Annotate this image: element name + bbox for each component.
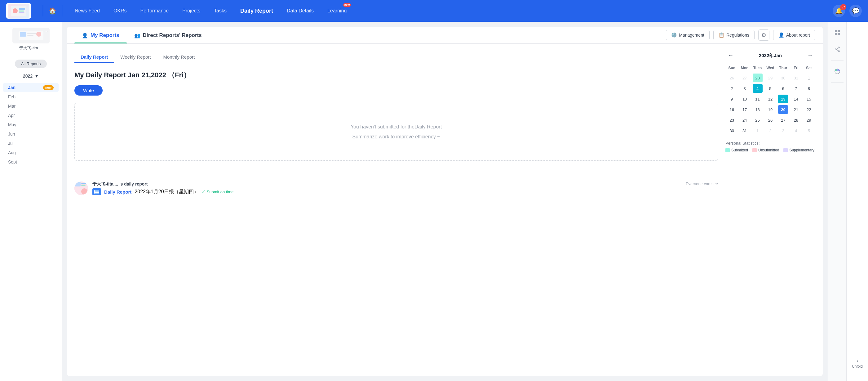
unfold-arrow-icon: ‹ [857, 358, 858, 363]
subtab-daily-report[interactable]: Daily Report [74, 51, 114, 63]
regulations-button[interactable]: 📋 Regulations [713, 30, 754, 40]
calendar-day[interactable]: 26 [765, 116, 775, 124]
calendar-cell: 5 [803, 125, 815, 136]
year-selector[interactable]: 2022 ▼ [23, 74, 39, 79]
nav-divider-2 [62, 5, 62, 17]
calendar-day[interactable]: 11 [753, 95, 763, 103]
calendar-day[interactable]: 24 [740, 116, 750, 124]
nav-daily-report[interactable]: Daily Report [234, 0, 280, 22]
calendar-cell: 22 [803, 104, 815, 115]
calendar-day[interactable]: 5 [765, 84, 775, 93]
calendar-day[interactable]: 23 [727, 116, 737, 124]
all-reports-button[interactable]: All Reports [15, 60, 47, 68]
nav-tasks[interactable]: Tasks [207, 0, 234, 22]
panel-icon-grid[interactable] [831, 27, 843, 38]
calendar-cell: 20 [777, 104, 789, 115]
panel-icon-share[interactable] [831, 43, 843, 55]
sidebar-month-mar[interactable]: Mar [3, 101, 59, 111]
svg-rect-4 [19, 12, 25, 13]
calendar-day[interactable]: 27 [778, 116, 788, 124]
panel-icon-chart[interactable] [831, 65, 843, 77]
calendar-prev-button[interactable]: ← [725, 51, 736, 60]
calendar-cell: 3 [738, 83, 751, 94]
calendar-day[interactable]: 17 [740, 105, 750, 114]
calendar-cell: 16 [725, 104, 738, 115]
calendar-day[interactable]: 12 [765, 95, 775, 103]
calendar-day[interactable]: 9 [727, 95, 737, 103]
home-icon[interactable]: 🏠 [49, 7, 56, 14]
subtab-monthly-report[interactable]: Monthly Report [157, 51, 201, 63]
calendar-day[interactable]: 14 [791, 95, 801, 103]
nav-performance[interactable]: Performance [134, 0, 176, 22]
calendar-day[interactable]: 22 [804, 105, 814, 114]
calendar-day[interactable]: 4 [791, 126, 801, 135]
sidebar-month-feb[interactable]: Feb [3, 92, 59, 101]
top-navigation: 🏠 News Feed OKRs Performance Projects Ta… [0, 0, 868, 22]
calendar-day[interactable]: 16 [727, 105, 737, 114]
app-logo[interactable] [6, 3, 31, 19]
calendar-day[interactable]: 30 [727, 126, 737, 135]
calendar-day[interactable]: 3 [778, 126, 788, 135]
calendar-day[interactable]: 6 [778, 84, 788, 93]
sidebar-month-may[interactable]: May [3, 120, 59, 129]
calendar-day[interactable]: 25 [753, 116, 763, 124]
calendar-cell: 29 [764, 72, 777, 83]
nav-data-details[interactable]: Data Details [280, 0, 320, 22]
notifications-button[interactable]: 🔔 57 [833, 5, 845, 17]
calendar-day[interactable]: 26 [727, 74, 737, 82]
nav-news-feed[interactable]: News Feed [68, 0, 106, 22]
sidebar-month-jul[interactable]: Jul [3, 139, 59, 148]
calendar-day[interactable]: 8 [804, 84, 814, 93]
tab-direct-reports[interactable]: 👥 Direct Reports' Reports [127, 27, 209, 43]
calendar-next-button[interactable]: → [805, 51, 815, 60]
calendar-cell: 15 [803, 94, 815, 104]
sidebar-month-aug[interactable]: Aug [3, 148, 59, 157]
calendar-day[interactable]: 20 [778, 105, 788, 114]
about-report-button[interactable]: 👤 About report [773, 30, 815, 40]
calendar-day[interactable]: 13 [778, 95, 788, 103]
calendar-day[interactable]: 18 [753, 105, 763, 114]
calendar-day[interactable]: 19 [765, 105, 775, 114]
calendar-day[interactable]: 31 [740, 126, 750, 135]
calendar-day[interactable]: 27 [740, 74, 750, 82]
unfold-button[interactable]: ‹ Unfold [852, 358, 863, 369]
write-button[interactable]: Write [74, 85, 103, 95]
nav-okrs[interactable]: OKRs [106, 0, 134, 22]
svg-point-1 [13, 8, 18, 13]
colleague-info: 于大飞-tita.... 's daily report [92, 181, 681, 195]
sidebar-month-sept[interactable]: Sept [3, 157, 59, 167]
calendar-day[interactable]: 1 [804, 74, 814, 82]
settings-button[interactable]: ⚙ [758, 29, 769, 41]
calendar-day[interactable]: 2 [765, 126, 775, 135]
report-link-title[interactable]: Daily Report [104, 189, 131, 195]
management-button[interactable]: ⚙️ Management [666, 30, 710, 40]
calendar-day[interactable]: 21 [791, 105, 801, 114]
subtab-weekly-report[interactable]: Weekly Report [114, 51, 157, 63]
svg-point-19 [838, 47, 839, 48]
calendar-day[interactable]: 5 [804, 126, 814, 135]
tab-my-reports[interactable]: 👤 My Reports [74, 27, 127, 43]
calendar-day[interactable]: 15 [804, 95, 814, 103]
calendar-day[interactable]: 29 [765, 74, 775, 82]
calendar-day[interactable]: 10 [740, 95, 750, 103]
supplementary-dot [783, 148, 788, 152]
calendar-day[interactable]: 28 [753, 74, 763, 82]
calendar-day[interactable]: 31 [791, 74, 801, 82]
calendar-day[interactable]: 2 [727, 84, 737, 93]
calendar-header: ← 2022年Jan → [725, 51, 815, 60]
calendar-cell: 13 [777, 94, 789, 104]
sidebar-month-jun[interactable]: Jun [3, 129, 59, 139]
calendar-day[interactable]: 4 [753, 84, 763, 93]
messages-button[interactable]: 💬 [849, 5, 862, 17]
sidebar-month-apr[interactable]: Apr [3, 111, 59, 120]
calendar-day[interactable]: 29 [804, 116, 814, 124]
nav-projects[interactable]: Projects [176, 0, 207, 22]
unfold-label: Unfold [852, 364, 863, 369]
calendar-day[interactable]: 7 [791, 84, 801, 93]
calendar-day[interactable]: 30 [778, 74, 788, 82]
calendar-day[interactable]: 3 [740, 84, 750, 93]
calendar-day[interactable]: 28 [791, 116, 801, 124]
calendar-day[interactable]: 1 [753, 126, 763, 135]
nav-learning[interactable]: Learning new [320, 0, 353, 22]
sidebar-month-jan[interactable]: Jan now [3, 83, 59, 92]
